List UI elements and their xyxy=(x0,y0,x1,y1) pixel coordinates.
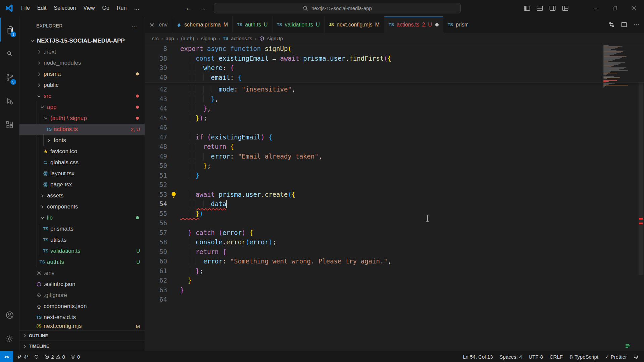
activity-extensions[interactable] xyxy=(0,113,19,137)
lightbulb-icon[interactable] xyxy=(170,191,177,198)
status-cursor-position[interactable]: Ln 54, Col 13 xyxy=(463,354,493,360)
tab-validation-ts[interactable]: TSvalidation.tsU xyxy=(273,16,325,33)
toggle-panel-icon[interactable] xyxy=(536,5,543,12)
more-actions-icon[interactable]: ⋯ xyxy=(633,21,640,28)
menu-more[interactable]: … xyxy=(130,3,143,13)
menu-selection[interactable]: Selection xyxy=(50,3,80,13)
code-line[interactable]: 38 const existingEmail = await prisma.us… xyxy=(145,54,644,63)
breadcrumb-symbol[interactable]: signUp xyxy=(267,36,283,41)
breadcrumb-item[interactable]: app xyxy=(166,36,174,41)
status-sync-changes[interactable] xyxy=(34,354,39,359)
activity-explorer[interactable]: 1 xyxy=(0,18,19,42)
tree-item-prisma[interactable]: prisma xyxy=(19,68,145,79)
tree-item-env[interactable]: .env xyxy=(19,267,145,279)
code-line[interactable]: 57 } catch (error) { xyxy=(145,228,644,238)
breadcrumb-file[interactable]: actions.ts xyxy=(231,36,252,41)
open-changes-icon[interactable] xyxy=(608,21,615,28)
explorer-more-actions-icon[interactable]: … xyxy=(131,22,137,29)
split-editor-icon[interactable] xyxy=(621,21,627,28)
tab-prisma-ts[interactable]: TSprisma.ts xyxy=(443,16,468,33)
minimize-button[interactable] xyxy=(586,0,605,16)
tree-item-components[interactable]: components xyxy=(19,201,145,212)
menu-run[interactable]: Run xyxy=(113,3,130,13)
menu-view[interactable]: View xyxy=(80,3,98,13)
tree-item-root[interactable]: NEXTJS-15-SOCIAL-MEDIA-APP xyxy=(19,35,145,46)
toggle-secondary-sidebar-icon[interactable] xyxy=(549,5,556,12)
tree-item-gitignore[interactable]: .gitignore xyxy=(19,290,145,301)
tree-item-auth-ts[interactable]: TSauth.tsU xyxy=(19,256,145,267)
tree-item-assets[interactable]: assets xyxy=(19,190,145,201)
activity-search[interactable] xyxy=(0,42,19,65)
overview-ruler[interactable] xyxy=(638,44,644,351)
code-line[interactable]: 60 error: "Something went wrong. Please … xyxy=(145,256,644,266)
tab-auth-ts[interactable]: TSauth.tsU xyxy=(233,16,273,33)
tree-item-app[interactable]: app xyxy=(19,102,145,113)
tree-item-eslintrc-json[interactable]: .eslintrc.json xyxy=(19,279,145,290)
code-line[interactable]: 59 return { xyxy=(145,247,644,257)
toggle-primary-sidebar-icon[interactable] xyxy=(524,5,531,12)
code-line[interactable]: 63} xyxy=(145,285,644,295)
code-line[interactable]: 46 xyxy=(145,123,644,132)
remote-indicator[interactable]: >< xyxy=(0,351,13,362)
code-line[interactable]: 55 }) xyxy=(145,209,644,219)
timeline-section[interactable]: TIMELINE xyxy=(19,341,145,351)
status-encoding[interactable]: UTF-8 xyxy=(529,354,543,360)
tree-item-prisma-ts[interactable]: TSprisma.ts xyxy=(19,223,145,234)
tree-item-node-modules[interactable]: node_modules xyxy=(19,57,145,68)
tree-item-components-json[interactable]: {}components.json xyxy=(19,301,145,312)
status-language-mode[interactable]: {}TypeScript xyxy=(569,354,598,360)
code-line[interactable]: 53 await prisma.user.create({ xyxy=(145,190,644,199)
tree-item-auth-signup[interactable]: (auth) \ signup xyxy=(19,113,145,124)
tab-schema-prisma[interactable]: schema.prismaM xyxy=(172,16,233,33)
breadcrumb-item[interactable]: (auth) xyxy=(181,36,194,41)
tree-item-next-env-d-ts[interactable]: TSnext-env.d.ts xyxy=(19,312,145,323)
sticky-scroll[interactable]: 8export async function signUp(38 const e… xyxy=(145,44,644,82)
code-line[interactable]: 51 } xyxy=(145,171,644,180)
code-line[interactable]: 48 return { xyxy=(145,142,644,152)
status-ports[interactable]: 0 xyxy=(70,354,80,360)
code-area[interactable]: 8export async function signUp(38 const e… xyxy=(145,44,644,351)
tree-item-lib[interactable]: lib xyxy=(19,212,145,223)
tree-item-actions-ts[interactable]: TSactions.ts2, U xyxy=(19,124,145,135)
code-line[interactable]: 44 }, xyxy=(145,104,644,113)
command-center-search[interactable]: nextjs-15-social-media-app xyxy=(214,3,461,13)
menu-file[interactable]: File xyxy=(17,3,34,13)
menu-edit[interactable]: Edit xyxy=(34,3,50,13)
tree-item-next-config-mjs[interactable]: JSnext.config.mjsM xyxy=(19,323,145,329)
menu-go[interactable]: Go xyxy=(99,3,113,13)
activity-source-control[interactable]: 5 xyxy=(0,65,19,89)
status-formatter[interactable]: ✓Prettier xyxy=(605,354,627,360)
code-line[interactable]: 47 if (existingEmail) { xyxy=(145,132,644,142)
navigate-back-icon[interactable]: ← xyxy=(185,4,192,12)
code-line[interactable]: 39 where: { xyxy=(145,63,644,73)
code-line[interactable]: 8export async function signUp( xyxy=(145,44,644,54)
code-line[interactable]: 61 }; xyxy=(145,266,644,276)
code-line[interactable]: 56 xyxy=(145,218,644,228)
code-line[interactable]: 43 }, xyxy=(145,94,644,104)
tree-item-favicon-ico[interactable]: ★favicon.ico xyxy=(19,146,145,157)
activity-settings[interactable] xyxy=(0,327,19,351)
tree-item-public[interactable]: public xyxy=(19,79,145,90)
status-notifications[interactable] xyxy=(634,354,639,359)
editor-overlay-icon[interactable] xyxy=(625,343,631,349)
tree-item-utils-ts[interactable]: TSutils.ts xyxy=(19,234,145,245)
tree-item-page-tsx[interactable]: page.tsx xyxy=(19,179,145,190)
code-line[interactable]: 45 }); xyxy=(145,113,644,123)
code-lines[interactable]: 42 mode: "insensitive",43 },44 },45 });4… xyxy=(145,84,644,304)
breadcrumb-item[interactable]: src xyxy=(152,36,159,41)
code-line[interactable]: 40 email: { xyxy=(145,73,644,82)
tree-item-globals-css[interactable]: ≈globals.css xyxy=(19,157,145,168)
code-line[interactable]: 58 console.error(error); xyxy=(145,237,644,247)
status-git-branch[interactable]: 4* xyxy=(17,354,29,360)
code-line[interactable]: 50 }; xyxy=(145,161,644,171)
tree-item-layout-tsx[interactable]: layout.tsx xyxy=(19,168,145,179)
breadcrumb[interactable]: src›app›(auth)›signup›TSactions.ts›signU… xyxy=(145,33,644,44)
status-problems[interactable]: 20 xyxy=(44,354,65,360)
activity-account[interactable] xyxy=(0,303,19,327)
tab-next-config-mjs[interactable]: JSnext.config.mjsM xyxy=(325,16,384,33)
tree-item-validation-ts[interactable]: TSvalidation.tsU xyxy=(19,245,145,256)
code-line[interactable]: 49 error: "Email already taken", xyxy=(145,152,644,161)
breadcrumb-item[interactable]: signup xyxy=(201,36,216,41)
close-button[interactable] xyxy=(625,0,644,16)
tab-env[interactable]: .env xyxy=(145,16,172,33)
